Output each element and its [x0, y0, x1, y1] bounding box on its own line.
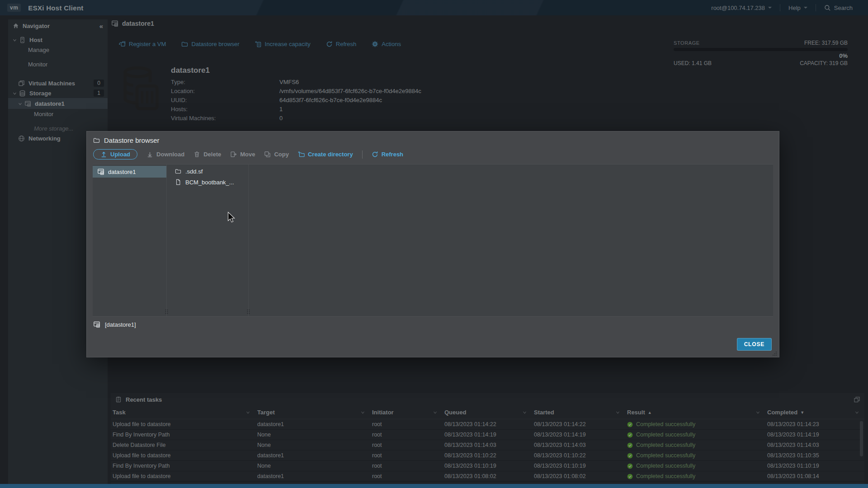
dialog-title: Datastore browser	[104, 136, 160, 144]
download-icon	[146, 151, 153, 158]
datastore-icon	[97, 168, 104, 175]
close-button[interactable]: CLOSE	[737, 338, 772, 351]
column-resize-grip[interactable]	[246, 309, 250, 314]
delete-button[interactable]: Delete	[193, 151, 221, 158]
divider	[362, 150, 363, 159]
file-browser: datastore1 .sdd.sf BCM_bootbank_...	[93, 164, 773, 317]
folder-icon	[175, 168, 181, 174]
column-resize-grip[interactable]	[165, 309, 169, 314]
move-button[interactable]: Move	[230, 151, 255, 158]
dialog-resize-grip[interactable]	[773, 351, 777, 356]
tree-item-datastore1[interactable]: datastore1	[93, 166, 166, 178]
copy-icon	[264, 151, 271, 158]
download-button[interactable]: Download	[146, 151, 184, 158]
dialog-refresh-button[interactable]: Refresh	[372, 151, 403, 158]
create-directory-button[interactable]: Create directory	[298, 151, 353, 158]
datastore-icon	[93, 321, 100, 328]
file-item-bcm-bootbank[interactable]: BCM_bootbank_...	[171, 177, 257, 188]
trash-icon	[193, 151, 200, 158]
upload-button[interactable]: Upload	[93, 149, 137, 160]
current-path: [datastore1]	[105, 321, 136, 328]
datastore-browser-dialog: Datastore browser Upload Download Delete…	[86, 131, 779, 357]
file-icon	[175, 179, 181, 185]
folder-icon	[93, 137, 100, 144]
column-divider	[166, 164, 167, 316]
upload-icon	[100, 151, 107, 158]
move-icon	[230, 151, 237, 158]
folder-plus-icon	[298, 151, 305, 158]
dialog-toolbar: Upload Download Delete Move Copy Create …	[87, 148, 779, 164]
path-status-bar: [datastore1]	[87, 317, 779, 332]
refresh-icon	[372, 151, 378, 158]
file-item-sdd-sf[interactable]: .sdd.sf	[171, 166, 257, 177]
copy-button[interactable]: Copy	[264, 151, 289, 158]
